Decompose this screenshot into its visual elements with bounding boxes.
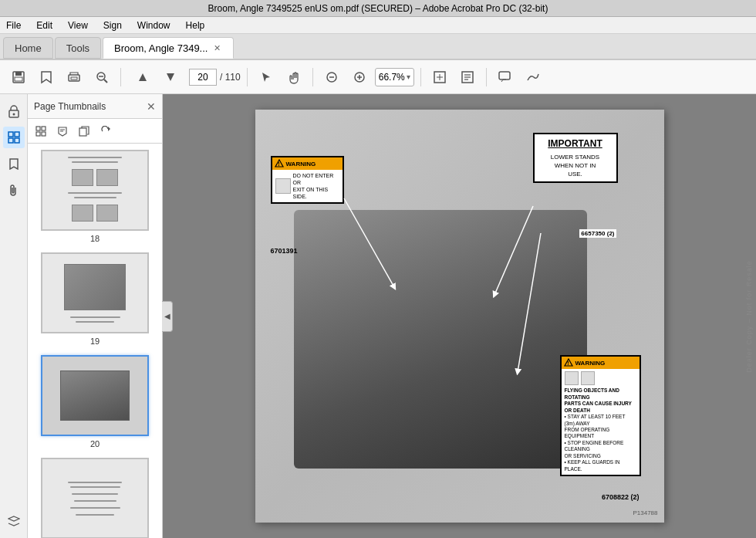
page-inner: IMPORTANT LOWER STANDS WHEN NOT IN USE. … [255, 110, 664, 523]
svg-rect-29 [36, 132, 40, 136]
menu-help[interactable]: Help [183, 19, 208, 32]
thumbnails-list: 18 19 [28, 144, 162, 538]
warning1-header-text: WARNING [286, 161, 316, 167]
svg-rect-4 [71, 77, 77, 80]
warning1-line2: EXIT ON THIS SIDE. [293, 186, 339, 200]
machine-illustration [294, 210, 587, 469]
sidebar-lock-icon[interactable] [3, 100, 25, 122]
separator5 [486, 68, 487, 86]
svg-rect-27 [36, 127, 40, 130]
print-button[interactable] [62, 65, 86, 90]
zoom-dropdown-arrow: ▾ [407, 73, 410, 81]
comment-button[interactable] [493, 65, 518, 90]
svg-rect-28 [42, 127, 46, 130]
thumbnail-page-18[interactable]: 18 [35, 150, 155, 243]
thumbs-rotate-button[interactable] [96, 121, 116, 141]
pdf-viewer[interactable]: Dealer Copy – Not for Resale IMPORTANT L… [163, 94, 756, 538]
sidebar-bookmarks-icon[interactable] [3, 153, 25, 174]
svg-rect-30 [42, 132, 46, 136]
page-navigation [130, 65, 183, 90]
properties-button[interactable] [455, 65, 480, 90]
prev-page-button[interactable] [130, 65, 155, 90]
sidebar-attachments-icon[interactable] [3, 179, 25, 201]
bookmark-button[interactable] [34, 65, 59, 90]
separator1 [120, 68, 121, 86]
svg-rect-26 [15, 138, 19, 143]
thumbnails-close-button[interactable]: ✕ [147, 100, 156, 113]
thumbs-grid-button[interactable] [31, 121, 51, 141]
warning-box-1: ! WARNING DO NOT ENTER OR EXIT ON THIS S… [271, 156, 344, 204]
left-sidebar [0, 94, 28, 538]
thumb-label-18: 18 [90, 234, 100, 243]
tab-document[interactable]: Broom, Angle 7349... ✕ [103, 37, 234, 59]
tab-home[interactable]: Home [3, 37, 53, 59]
window-title: Broom, Angle 7349525 enUS om.pdf (SECURE… [6, 3, 750, 14]
thumbnails-toolbar [28, 119, 162, 144]
toolbar: / 110 66.7% ▾ [0, 60, 756, 94]
next-page-button[interactable] [158, 65, 183, 90]
svg-rect-2 [15, 77, 22, 81]
svg-rect-25 [8, 138, 13, 143]
page-number-input[interactable] [189, 69, 217, 86]
title-bar: Broom, Angle 7349525 enUS om.pdf (SECURE… [0, 0, 756, 17]
menu-edit[interactable]: Edit [33, 19, 56, 32]
tab-document-close[interactable]: ✕ [212, 43, 222, 53]
tab-tools[interactable]: Tools [55, 37, 101, 59]
svg-rect-23 [8, 132, 13, 137]
warning1-header: ! WARNING [272, 157, 343, 170]
menu-sign[interactable]: Sign [100, 19, 125, 32]
separator2 [247, 68, 248, 86]
svg-line-6 [104, 80, 107, 83]
thumb-image-18 [41, 150, 149, 231]
svg-rect-20 [499, 72, 510, 80]
thumb-label-20: 20 [90, 439, 100, 448]
menu-file[interactable]: File [3, 19, 24, 32]
label-id-2: 6657350 (2) [579, 229, 616, 238]
svg-text:!: ! [278, 161, 279, 167]
svg-text:!: ! [567, 360, 569, 366]
pdf-page: IMPORTANT LOWER STANDS WHEN NOT IN USE. … [255, 110, 664, 523]
menu-window[interactable]: Window [134, 19, 174, 32]
zoom-in-button[interactable] [347, 65, 372, 90]
tab-bar: Home Tools Broom, Angle 7349... ✕ [0, 34, 756, 60]
thumbnails-header: Page Thumbnails ✕ [28, 94, 162, 119]
thumbs-copy-button[interactable] [74, 121, 94, 141]
tab-document-label: Broom, Angle 7349... [114, 42, 208, 54]
thumbs-down-button[interactable] [52, 121, 73, 141]
dealer-watermark: Dealer Copy – Not for Resale [745, 260, 753, 373]
svg-marker-9 [167, 73, 174, 81]
zoom-out-mag-button[interactable] [89, 65, 114, 90]
svg-marker-34 [108, 127, 110, 131]
thumb-label-19: 19 [90, 337, 100, 346]
thumb-image-21 [41, 458, 149, 538]
svg-point-22 [12, 113, 15, 116]
sidebar-thumbnails-icon[interactable] [3, 127, 25, 148]
menu-view[interactable]: View [65, 19, 91, 32]
save-button[interactable] [6, 65, 31, 90]
zoom-control[interactable]: 66.7% ▾ [375, 68, 414, 86]
zoom-out-button[interactable] [319, 65, 344, 90]
warning1-body: DO NOT ENTER OR EXIT ON THIS SIDE. [272, 170, 343, 202]
sidebar-layers-icon[interactable] [3, 510, 25, 532]
thumbs-and-content: Page Thumbnails ✕ [28, 94, 756, 538]
thumbnail-page-20[interactable]: 20 [35, 355, 155, 448]
warning2-header: ! WARNING [562, 357, 640, 369]
hand-tool-button[interactable] [282, 65, 306, 90]
label-id-1: 6701391 [271, 247, 298, 255]
menu-bar: File Edit View Sign Window Help [0, 17, 756, 34]
important-line2: WHEN NOT IN [539, 161, 612, 170]
content-row: Page Thumbnails ✕ [0, 94, 756, 538]
thumbnail-page-19[interactable]: 19 [35, 252, 155, 346]
fit-page-button[interactable] [427, 65, 452, 90]
thumb-image-19 [41, 252, 149, 333]
svg-rect-24 [15, 132, 19, 137]
warning-box-2: ! WARNING [560, 355, 641, 476]
panel-collapse-button[interactable]: ◀ [162, 301, 173, 332]
thumbnails-title: Page Thumbnails [34, 101, 142, 112]
important-line3: USE. [539, 170, 612, 178]
warning1-line1: DO NOT ENTER OR [293, 172, 339, 186]
important-box: IMPORTANT LOWER STANDS WHEN NOT IN USE. [533, 133, 618, 183]
thumbnail-page-21[interactable]: 21 [35, 458, 155, 538]
sign-button[interactable] [521, 65, 545, 90]
select-tool-button[interactable] [254, 65, 278, 90]
